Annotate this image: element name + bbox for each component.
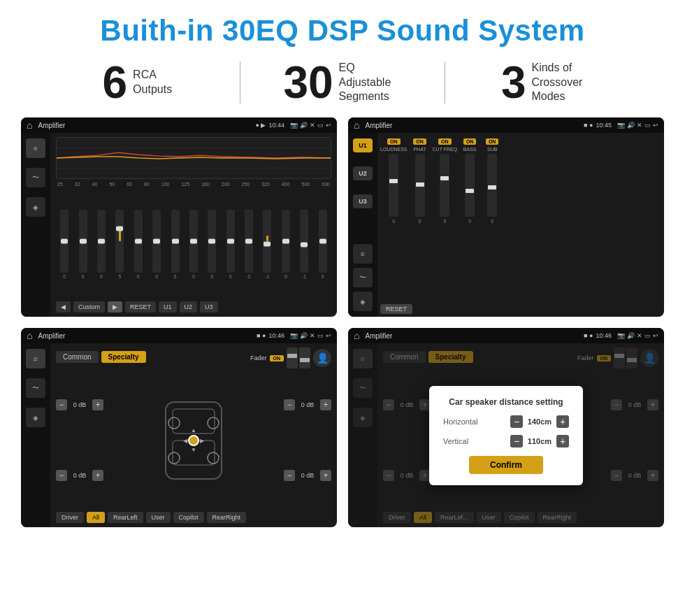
vertical-minus-btn[interactable]: − [510, 435, 523, 447]
eq-play-btn[interactable]: ▶ [108, 301, 122, 313]
eq-slider-0[interactable]: 0 [60, 210, 68, 279]
horizontal-minus-btn[interactable]: − [510, 415, 523, 428]
eq-bottom-controls: ◀ Custom ▶ RESET U1 U2 U3 [56, 301, 331, 313]
car-diagram-area: ▲ ▼ ◀ ▶ [108, 371, 280, 509]
fader-tab-specialty[interactable]: Specialty [101, 351, 146, 363]
eq-slider-11[interactable]: -1 [263, 210, 271, 279]
speaker-icon: 👤 [313, 349, 331, 367]
crossover-u1-btn[interactable]: U1 [353, 138, 373, 152]
crossover-icon-3[interactable]: ◈ [353, 292, 373, 311]
btn-rearleft[interactable]: RearLeft [108, 512, 143, 523]
fader-screen-content: ≡ 〜 ◈ Common Specialty Fader ON [21, 343, 337, 527]
crossover-reset-btn[interactable]: RESET [380, 304, 412, 314]
status-bar-4: ⌂ Amplifier ■ ● 10:46 📷 🔊 ✕ ▭ ↩ [348, 328, 664, 343]
home-icon-2: ⌂ [354, 120, 359, 131]
fader-icon-2[interactable]: 〜 [26, 378, 45, 398]
screen1-time: 10:44 [268, 122, 284, 129]
car-diagram-svg: ▲ ▼ ◀ ▶ [159, 399, 229, 482]
btn-driver[interactable]: Driver [56, 512, 84, 523]
dialog-box: Car speaker distance setting Horizontal … [429, 386, 583, 485]
eq-slider-4[interactable]: 0 [134, 210, 143, 279]
fader-icon-3[interactable]: ◈ [26, 408, 45, 427]
eq-slider-5[interactable]: 0 [152, 210, 161, 279]
db-minus-topright[interactable]: − [284, 399, 295, 410]
db-plus-bottomleft[interactable]: + [92, 470, 103, 481]
bass-slider[interactable] [465, 154, 475, 217]
db-plus-topleft[interactable]: + [92, 399, 103, 410]
loudness-slider[interactable] [389, 154, 398, 217]
stat-crossover-number: 3 [501, 60, 526, 105]
eq-u2-btn[interactable]: U2 [180, 301, 198, 313]
eq-graph [56, 137, 331, 179]
db-minus-bottomleft[interactable]: − [56, 470, 67, 481]
eq-slider-8[interactable]: 0 [208, 210, 216, 279]
confirm-button[interactable]: Confirm [469, 456, 543, 474]
db-plus-topright[interactable]: + [320, 399, 331, 410]
eq-slider-3[interactable]: 5 [115, 210, 124, 279]
right-db-controls: − 0 dB + − 0 dB + [284, 371, 331, 509]
status-icons-4: 📷 🔊 ✕ ▭ ↩ [617, 332, 658, 339]
btn-all[interactable]: All [87, 512, 105, 523]
screen-eq: ⌂ Amplifier ● ▶ 10:44 📷 🔊 ✕ ▭ ↩ ≡ 〜 ◈ [21, 117, 337, 317]
crossover-main: ON LOUDNESS 0 ON PHAT [377, 133, 664, 317]
fader-mini-sliders [287, 348, 310, 368]
crossover-u2-btn[interactable]: U2 [353, 166, 373, 180]
eq-reset-btn[interactable]: RESET [125, 301, 156, 313]
fader-tab-common[interactable]: Common [56, 351, 99, 363]
svg-point-9 [168, 452, 180, 464]
vertical-plus-btn[interactable]: + [556, 435, 569, 447]
home-icon-3: ⌂ [27, 330, 32, 341]
eq-slider-12[interactable]: 0 [282, 210, 290, 279]
screen3-time: 10:46 [268, 332, 284, 339]
cutfreq-on: ON [438, 138, 452, 145]
eq-u1-btn[interactable]: U1 [159, 301, 177, 313]
fader-icon-1[interactable]: ≡ [26, 349, 45, 368]
fader-on-badge: ON [270, 355, 284, 361]
eq-sidebar: ≡ 〜 ◈ [21, 133, 50, 317]
stat-eq-number: 30 [283, 60, 333, 105]
svg-point-7 [168, 417, 180, 429]
stat-crossover-text: Kinds of Crossover Modes [531, 61, 594, 104]
screen1-title: Amplifier [38, 122, 252, 129]
db-minus-bottomright[interactable]: − [284, 470, 295, 481]
eq-slider-14[interactable]: 0 [319, 210, 327, 279]
eq-custom-btn[interactable]: Custom [73, 301, 105, 313]
status-bar-3: ⌂ Amplifier ■ ● 10:46 📷 🔊 ✕ ▭ ↩ [21, 328, 337, 343]
eq-icon-2[interactable]: 〜 [26, 168, 45, 187]
dialog-title: Car speaker distance setting [443, 397, 569, 407]
horizontal-plus-btn[interactable]: + [556, 415, 569, 428]
eq-icon-1[interactable]: ≡ [26, 138, 45, 158]
screen4-time: 10:46 [596, 332, 612, 339]
crossover-icon-2[interactable]: 〜 [353, 268, 373, 287]
stats-row: 6 RCA Outputs 30 EQ Adjustable Segments … [21, 60, 664, 105]
home-icon-1: ⌂ [27, 120, 32, 131]
phat-slider[interactable] [415, 154, 425, 217]
crossover-u3-btn[interactable]: U3 [353, 194, 373, 208]
eq-slider-6[interactable]: 0 [171, 210, 180, 279]
eq-slider-10[interactable]: 0 [245, 210, 253, 279]
svg-point-11 [189, 436, 199, 445]
btn-copilot[interactable]: Copilot [173, 512, 204, 523]
cutfreq-slider[interactable] [440, 154, 449, 217]
btn-rearright[interactable]: RearRight [207, 512, 247, 523]
eq-slider-7[interactable]: 0 [189, 210, 198, 279]
db-control-topright: − 0 dB + [284, 399, 331, 410]
stat-eq-text: EQ Adjustable Segments [339, 61, 402, 104]
loudness-on: ON [387, 138, 401, 145]
eq-u3-btn[interactable]: U3 [200, 301, 218, 313]
crossover-icon-1[interactable]: ≡ [353, 244, 373, 264]
eq-slider-2[interactable]: 0 [97, 210, 106, 279]
db-plus-bottomright[interactable]: + [320, 470, 331, 481]
phat-on: ON [413, 138, 426, 145]
eq-slider-9[interactable]: 0 [226, 210, 235, 279]
btn-user[interactable]: User [146, 512, 171, 523]
sub-slider[interactable] [487, 154, 497, 217]
eq-icon-3[interactable]: ◈ [26, 197, 45, 217]
eq-slider-1[interactable]: 0 [79, 210, 87, 279]
eq-main: 25 32 40 50 63 80 100 125 160 200 250 32… [50, 133, 337, 317]
eq-prev-btn[interactable]: ◀ [56, 301, 71, 313]
fader-tabs: Common Specialty [56, 351, 146, 363]
eq-screen-content: ≡ 〜 ◈ [21, 133, 337, 317]
db-minus-topleft[interactable]: − [56, 399, 67, 410]
eq-slider-13[interactable]: -1 [300, 210, 308, 279]
